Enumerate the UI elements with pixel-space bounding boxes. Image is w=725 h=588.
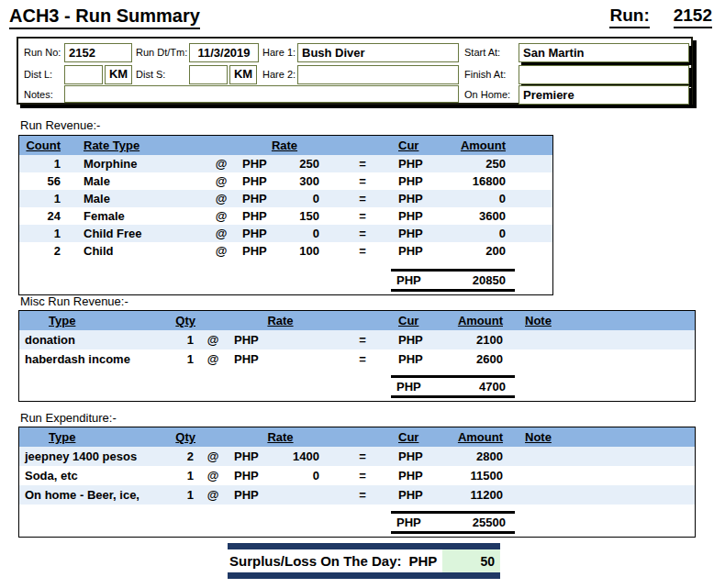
total-amount: 20850 — [473, 273, 506, 287]
total-amount: 25500 — [473, 516, 506, 529]
hare2-input[interactable] — [297, 65, 459, 84]
table-row: donation 1 @ PHP = PHP 2100 — [19, 330, 695, 349]
misc-revenue-total: PHP 4700 — [391, 375, 515, 398]
run-no-label: Run No: — [24, 47, 61, 58]
dist-l-unit: KM — [105, 65, 132, 84]
run-dt-input[interactable] — [189, 43, 259, 62]
equals-symbol: = — [334, 352, 391, 366]
table-row: 2 Child @ PHP 100 = PHP 200 — [19, 242, 552, 260]
surplus-bar: Surplus/Loss On The Day: PHP 50 — [228, 543, 500, 579]
at-symbol: @ — [207, 209, 235, 223]
run-revenue-total: PHP 20850 — [391, 269, 515, 292]
cell-rate-cur: PHP — [227, 488, 290, 502]
cell-amount: 0 — [444, 227, 522, 240]
cell-type: jeepney 1400 pesos — [19, 449, 166, 463]
cell-rate-type: Child Free — [70, 227, 207, 240]
cell-rate-cur: PHP — [235, 157, 290, 171]
table-row: 1 Morphine @ PHP 250 = PHP 250 — [19, 155, 552, 172]
cell-amount: 200 — [444, 244, 522, 258]
col-header-amount: Amount — [444, 139, 522, 152]
notes-input[interactable] — [64, 85, 459, 103]
run-revenue-section-label: Run Revenue:- — [20, 118, 100, 132]
at-symbol: @ — [199, 333, 227, 347]
table-row: On home - Beer, ice, 1 @ PHP = PHP 11200 — [19, 485, 695, 505]
table-row: 24 Female @ PHP 150 = PHP 3600 — [19, 207, 552, 225]
cell-count: 1 — [19, 227, 70, 240]
col-header-note: Note — [519, 314, 695, 327]
col-header-rate: Rate — [227, 430, 334, 444]
equals-symbol: = — [334, 227, 391, 240]
total-cur: PHP — [396, 273, 421, 287]
on-home-input[interactable] — [519, 85, 689, 105]
cell-count: 2 — [19, 244, 70, 258]
table-row: 1 Child Free @ PHP 0 = PHP 0 — [19, 225, 552, 242]
equals-symbol: = — [334, 333, 391, 347]
cell-type: On home - Beer, ice, — [19, 488, 166, 502]
cell-amount: 0 — [444, 192, 522, 205]
run-number: 2152 — [674, 6, 712, 28]
cell-rate-cur: PHP — [235, 244, 290, 258]
start-at-input[interactable] — [519, 43, 689, 62]
dist-l-label: Dist L: — [24, 69, 52, 80]
col-header-rate: Rate — [227, 314, 334, 327]
at-symbol: @ — [207, 157, 235, 171]
equals-symbol: = — [334, 449, 391, 463]
cell-qty: 1 — [166, 352, 199, 366]
equals-symbol: = — [334, 488, 391, 502]
at-symbol: @ — [207, 244, 235, 258]
equals-symbol: = — [334, 209, 391, 223]
dist-s-input[interactable] — [189, 65, 228, 84]
run-no-input[interactable] — [64, 43, 132, 62]
cell-count: 1 — [19, 192, 70, 205]
hare1-input[interactable] — [297, 43, 459, 62]
col-header-cur: Cur — [391, 430, 444, 444]
col-header-note: Note — [519, 430, 695, 444]
cell-type: Soda, etc — [19, 469, 166, 483]
run-dt-label: Run Dt/Tm: — [136, 47, 187, 58]
cell-type: donation — [19, 333, 166, 347]
equals-symbol: = — [334, 192, 391, 205]
run-revenue-table: Count Rate Type Rate Cur Amount 1 Morphi… — [18, 135, 553, 295]
cell-cur: PHP — [391, 192, 444, 205]
cell-qty: 1 — [166, 488, 199, 502]
cell-amount: 11500 — [444, 469, 519, 483]
cell-rate: 300 — [290, 174, 334, 188]
header-bar: ACH3 - Run Summary Run: 2152 — [9, 6, 712, 29]
surplus-top-rule — [228, 543, 500, 549]
col-header-qty: Qty — [166, 314, 199, 327]
cell-rate: 1400 — [290, 449, 334, 463]
col-header-rate-type: Rate Type — [70, 139, 207, 152]
cell-rate-cur: PHP — [235, 192, 290, 205]
cell-cur: PHP — [391, 449, 444, 463]
col-header-count: Count — [19, 139, 70, 152]
finish-at-input[interactable] — [519, 65, 689, 84]
cell-qty: 1 — [166, 333, 199, 347]
cell-rate: 150 — [290, 209, 334, 223]
dist-s-unit: KM — [229, 65, 257, 84]
total-cur: PHP — [396, 516, 421, 529]
expenditure-total: PHP 25500 — [391, 511, 515, 534]
expenditure-header-row: Type Qty Rate Cur Amount Note — [19, 427, 695, 447]
equals-symbol: = — [334, 244, 391, 258]
cell-cur: PHP — [391, 209, 444, 223]
dist-l-input[interactable] — [64, 65, 103, 84]
cell-qty: 1 — [166, 469, 199, 483]
cell-rate-cur: PHP — [227, 449, 290, 463]
at-symbol: @ — [199, 469, 227, 483]
cell-amount: 2100 — [444, 333, 519, 347]
cell-amount: 2600 — [444, 352, 519, 366]
at-symbol: @ — [207, 192, 235, 205]
misc-revenue-table: Type Qty Rate Cur Amount Note donation 1… — [18, 310, 696, 402]
cell-cur: PHP — [391, 174, 444, 188]
col-header-cur: Cur — [391, 139, 444, 152]
col-header-amount: Amount — [444, 314, 519, 327]
equals-symbol: = — [334, 174, 391, 188]
start-at-label: Start At: — [464, 47, 500, 58]
run-label: Run: — [609, 6, 649, 28]
col-header-cur: Cur — [391, 314, 444, 327]
cell-amount: 250 — [444, 157, 522, 171]
misc-revenue-section-label: Misc Run Revenue:- — [20, 294, 128, 308]
cell-type: haberdash income — [19, 352, 166, 366]
on-home-label: On Home: — [464, 89, 510, 100]
cell-cur: PHP — [391, 227, 444, 240]
